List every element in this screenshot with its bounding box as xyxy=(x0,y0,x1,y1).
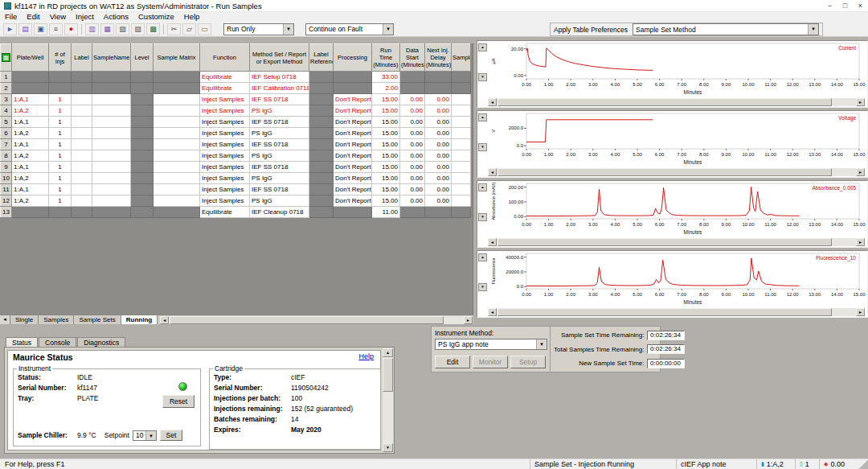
run-mode-dropdown[interactable]: Run Only ▼ xyxy=(223,23,294,35)
cell-injs[interactable] xyxy=(49,207,72,218)
cell-num[interactable]: 8 xyxy=(1,150,12,162)
cell-sample[interactable] xyxy=(452,94,471,105)
scrollbar-track[interactable] xyxy=(497,98,856,106)
cell-method[interactable]: PS IgG xyxy=(250,150,309,162)
scrollbar-track[interactable] xyxy=(497,308,856,316)
cell-num[interactable]: 6 xyxy=(1,128,12,139)
edit-button[interactable]: Edit xyxy=(435,356,470,368)
cell-label-ref[interactable] xyxy=(309,72,334,83)
cell-data-start[interactable]: 0.00 xyxy=(400,105,425,117)
cell-label-ref[interactable] xyxy=(309,94,334,105)
setpoint-dropdown[interactable]: 10 ▼ xyxy=(133,430,157,441)
print-icon[interactable]: ≡ xyxy=(49,23,63,35)
cell-label-ref[interactable] xyxy=(309,173,334,184)
cell-sample-name[interactable] xyxy=(92,150,131,162)
cell-run-time[interactable]: 15.00 xyxy=(372,128,400,139)
cell-data-start[interactable]: 0.00 xyxy=(400,117,425,128)
cell-processing[interactable]: Don't Report xyxy=(334,139,372,150)
cell-run-time[interactable]: 15.00 xyxy=(372,173,400,184)
cell-sample[interactable] xyxy=(452,128,471,139)
cell-sample-matrix[interactable] xyxy=(154,72,200,83)
cell-processing[interactable]: Don't Report xyxy=(334,150,372,162)
cell-label[interactable] xyxy=(72,162,92,173)
chart-h-scrollbar[interactable]: ◄► xyxy=(488,238,865,246)
cell-method[interactable]: IEF SS 0718 xyxy=(250,94,309,105)
cell-label[interactable] xyxy=(72,207,92,218)
cell-processing[interactable]: Don't Report xyxy=(334,105,372,117)
chart-h-scrollbar[interactable]: ◄► xyxy=(488,168,865,176)
y-scale-down-button[interactable]: ▼ xyxy=(478,73,487,81)
scrollbar-thumb[interactable] xyxy=(170,316,444,324)
scrollbar-thumb[interactable] xyxy=(497,238,832,246)
cell-next-delay[interactable]: 0.00 xyxy=(425,162,452,173)
cell-plate-well[interactable]: 1:A,2 xyxy=(12,195,49,207)
cell-processing[interactable] xyxy=(334,83,372,94)
cell-sample-matrix[interactable] xyxy=(154,105,200,117)
insert-row-icon[interactable]: ▨ xyxy=(116,23,129,35)
cell-label[interactable] xyxy=(72,128,92,139)
cell-sample[interactable] xyxy=(452,207,471,218)
cell-plate-well[interactable]: 1:A,1 xyxy=(12,117,49,128)
set-button[interactable]: Set xyxy=(160,430,182,441)
cell-sample-name[interactable] xyxy=(92,117,131,128)
chart-h-scrollbar[interactable]: ◄► xyxy=(488,98,865,106)
cell-plate-well[interactable]: 1:A,1 xyxy=(12,139,49,150)
cell-num[interactable]: 9 xyxy=(1,162,12,173)
cell-function[interactable]: Inject Samples xyxy=(200,139,250,150)
cell-level[interactable] xyxy=(131,150,154,162)
cell-injs[interactable]: 1 xyxy=(49,173,72,184)
sample-table[interactable]: ▦Plate/Well# of InjsLabelSampleNameLevel… xyxy=(0,43,471,218)
cell-processing[interactable] xyxy=(334,207,372,218)
cell-num[interactable]: 7 xyxy=(1,139,12,150)
cell-level[interactable] xyxy=(131,207,154,218)
cell-sample[interactable] xyxy=(452,72,471,83)
column-header[interactable]: Next Inj. Delay (Minutes) xyxy=(425,44,452,72)
cell-label-ref[interactable] xyxy=(309,105,334,117)
close-button[interactable]: × xyxy=(853,0,868,11)
cell-processing[interactable]: Don't Report xyxy=(334,128,372,139)
cell-sample-matrix[interactable] xyxy=(154,117,200,128)
cell-run-time[interactable]: 11.00 xyxy=(372,207,400,218)
cell-sample[interactable] xyxy=(452,83,471,94)
cell-level[interactable] xyxy=(131,173,154,184)
cell-sample-name[interactable] xyxy=(92,139,131,150)
cell-next-delay[interactable] xyxy=(425,83,452,94)
cell-function[interactable]: Inject Samples xyxy=(200,117,250,128)
y-scale-up-button[interactable]: ▲ xyxy=(478,43,487,51)
cell-injs[interactable]: 1 xyxy=(49,94,72,105)
cell-method[interactable]: IEF SS 0718 xyxy=(250,162,309,173)
scrollbar-track[interactable] xyxy=(497,168,856,176)
table-corner-header[interactable]: ▦ xyxy=(1,44,12,72)
scroll-right-icon[interactable]: ► xyxy=(464,316,473,324)
menu-file[interactable]: File xyxy=(0,12,22,22)
cell-function[interactable]: Inject Samples xyxy=(200,94,250,105)
cell-function[interactable]: Equilibrate xyxy=(200,72,250,83)
cell-next-delay[interactable]: 0.00 xyxy=(425,184,452,195)
cell-run-time[interactable]: 2.00 xyxy=(372,83,400,94)
cell-label-ref[interactable] xyxy=(309,128,334,139)
cell-sample[interactable] xyxy=(452,117,471,128)
cell-method[interactable]: PS IgG xyxy=(250,195,309,207)
cell-data-start[interactable]: 0.00 xyxy=(400,184,425,195)
cell-method[interactable]: PS IgG xyxy=(250,128,309,139)
column-header[interactable]: Label xyxy=(72,44,92,72)
cell-data-start[interactable]: 0.00 xyxy=(400,162,425,173)
cell-run-time[interactable]: 15.00 xyxy=(372,94,400,105)
cell-sample-name[interactable] xyxy=(92,184,131,195)
cell-processing[interactable]: Don't Report xyxy=(334,184,372,195)
scroll-left-icon[interactable]: ◄ xyxy=(488,98,497,106)
scrollbar-thumb[interactable] xyxy=(497,98,832,106)
paste-icon[interactable]: ▭ xyxy=(198,23,211,35)
cell-sample-name[interactable] xyxy=(92,83,131,94)
y-scale-down-button[interactable]: ▼ xyxy=(478,283,487,291)
scroll-right-icon[interactable]: ► xyxy=(856,168,865,176)
setup-button[interactable]: Setup xyxy=(510,356,546,368)
scrollbar-track[interactable] xyxy=(169,316,464,324)
cell-label[interactable] xyxy=(72,139,92,150)
cell-next-delay[interactable]: 0.00 xyxy=(425,195,452,207)
cell-label[interactable] xyxy=(72,150,92,162)
chevron-down-icon[interactable]: ▼ xyxy=(145,431,156,440)
cell-run-time[interactable]: 33.00 xyxy=(372,72,400,83)
cell-plate-well[interactable]: 1:A,2 xyxy=(12,173,49,184)
scroll-left-icon[interactable]: ◄ xyxy=(488,168,497,176)
